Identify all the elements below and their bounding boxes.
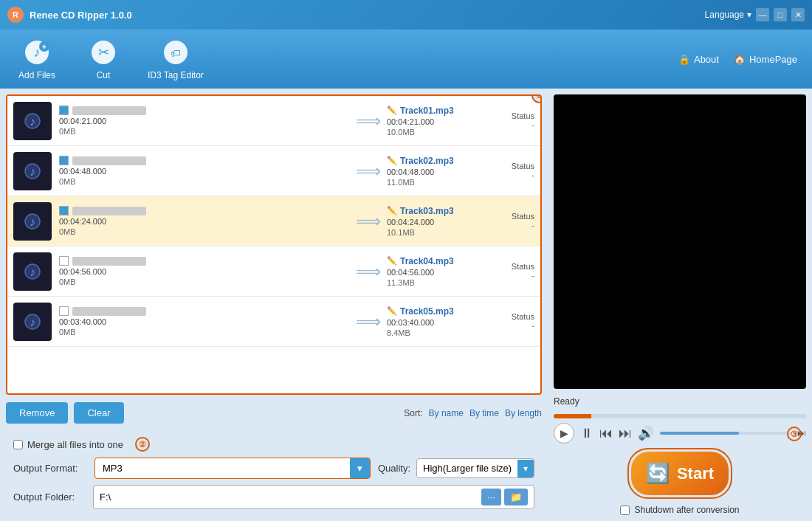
start-refresh-icon: 🔄 [646, 462, 670, 485]
track-checkbox[interactable] [59, 306, 69, 316]
track-checkbox[interactable] [59, 156, 69, 165]
format-dropdown-button[interactable]: ▾ [350, 458, 370, 478]
track-checkbox[interactable] [59, 106, 69, 115]
track-status-col: Status - [490, 212, 534, 231]
format-row: Output Format: MP3 ▾ [13, 458, 371, 479]
folder-label: Output Folder: [13, 491, 87, 503]
track-info: 00:04:56.000 0MB [52, 256, 350, 286]
track-duration: 00:03:40.000 [59, 317, 343, 326]
sort-by-length[interactable]: By length [505, 408, 542, 418]
format-select-container: MP3 ▾ [94, 458, 371, 479]
edit-icon[interactable]: ✏️ [387, 306, 397, 316]
folder-buttons: ··· 📁 [481, 489, 528, 506]
toolbar-add-files[interactable]: ♪ + Add Files [15, 38, 59, 80]
app-logo: R [7, 7, 24, 23]
id3-tag-label: ID3 Tag Editor [148, 70, 204, 80]
track-output: ✏️ Track01.mp3 00:04:21.000 10.0MB [387, 106, 490, 137]
track-name-blur [72, 307, 146, 316]
edit-icon[interactable]: ✏️ [387, 106, 397, 115]
track-size: 0MB [59, 177, 343, 186]
arrow-icon: ⟹ [350, 211, 387, 232]
sort-by-name[interactable]: By name [429, 408, 464, 418]
track-size: 0MB [59, 227, 343, 236]
track-row: ♪ 00:04:21.000 0MB ⟹ ✏️ Track01.mp3 00:0… [7, 96, 540, 146]
edit-icon[interactable]: ✏️ [387, 256, 397, 266]
sort-by-time[interactable]: By time [469, 408, 499, 418]
edit-icon[interactable]: ✏️ [387, 206, 397, 215]
dropdown-arrow-icon: ▾ [747, 10, 751, 20]
output-filename: Track01.mp3 [400, 106, 454, 116]
play-button[interactable]: ▶ [554, 423, 574, 444]
left-panel: ① ♪ 00:04:21.000 0MB ⟹ [0, 89, 548, 521]
track-check-row [59, 256, 343, 266]
close-button[interactable]: ✕ [791, 8, 805, 21]
track-output-name: ✏️ Track05.mp3 [387, 306, 490, 317]
output-size: 8.4MB [387, 328, 490, 337]
track-checkbox[interactable] [59, 206, 69, 215]
remove-button[interactable]: Remove [6, 402, 68, 424]
toolbar-id3-tag[interactable]: 🏷 ID3 Tag Editor [148, 38, 204, 80]
toolbar-cut[interactable]: ✂ Cut [81, 38, 125, 80]
quality-dropdown-button[interactable]: ▾ [517, 460, 534, 477]
folder-input[interactable] [100, 491, 481, 503]
next-button[interactable]: ⏭ [619, 426, 632, 441]
track-info: 00:03:40.000 0MB [52, 306, 350, 337]
merge-checkbox[interactable] [13, 440, 23, 449]
output-size: 11.3MB [387, 278, 490, 287]
track-output: ✏️ Track05.mp3 00:03:40.000 8.4MB [387, 306, 490, 337]
shutdown-checkbox[interactable] [620, 506, 630, 515]
output-filename: Track02.mp3 [400, 156, 454, 166]
track-row: ♪ 00:04:24.000 0MB ⟹ ✏️ Track03.mp3 00:0… [7, 196, 540, 246]
status-value: - [490, 271, 534, 281]
language-selector[interactable]: Language ▾ [705, 10, 751, 20]
edit-icon[interactable]: ✏️ [387, 156, 397, 165]
track-name-blur [72, 106, 146, 115]
title-bar-right: Language ▾ — □ ✕ [705, 8, 805, 21]
track-duration: 00:04:24.000 [59, 217, 343, 226]
arrow-icon: ⟹ [350, 311, 387, 332]
video-preview [554, 94, 806, 389]
minimize-button[interactable]: — [756, 8, 769, 21]
track-checkbox[interactable] [59, 256, 69, 266]
track-duration: 00:04:21.000 [59, 117, 343, 125]
player-progress-bar[interactable] [554, 414, 806, 418]
status-label: Status [490, 312, 534, 321]
start-label: Start [677, 464, 714, 483]
track-size: 0MB [59, 127, 343, 136]
about-link[interactable]: 🔒 About [678, 54, 719, 65]
folder-open-button[interactable]: 📁 [504, 489, 528, 506]
track-duration: 00:04:48.000 [59, 167, 343, 176]
arrow-icon: ⟹ [350, 261, 387, 282]
track-thumbnail: ♪ [13, 152, 52, 190]
status-value: - [490, 170, 534, 181]
main-content: ① ♪ 00:04:21.000 0MB ⟹ [0, 89, 812, 521]
track-check-row [59, 306, 343, 316]
format-label: Output Format: [13, 463, 87, 474]
track-status-col: Status - [490, 262, 534, 281]
cut-label: Cut [97, 70, 111, 80]
player-progress-fill [554, 414, 591, 418]
clear-button[interactable]: Clear [74, 402, 123, 424]
track-row: ♪ 00:04:56.000 0MB ⟹ ✏️ Track04.mp3 00:0… [7, 246, 540, 297]
start-badge: ③ [787, 427, 802, 441]
status-value: - [490, 221, 534, 231]
homepage-link[interactable]: 🏠 HomePage [734, 54, 797, 65]
title-bar-left: R Renee CD Ripper 1.0.0 [7, 7, 132, 23]
svg-text:♪: ♪ [30, 165, 35, 178]
track-name-blur [72, 257, 146, 266]
track-row: ♪ 00:03:40.000 0MB ⟹ ✏️ Track05.mp3 00:0… [7, 297, 540, 347]
quality-label: Quality: [378, 463, 410, 474]
status-label: Status [490, 162, 534, 170]
volume-bar[interactable] [660, 432, 791, 435]
status-value: - [490, 321, 534, 331]
start-button[interactable]: 🔄 Start [631, 452, 729, 495]
folder-browse-button[interactable]: ··· [481, 489, 501, 506]
maximize-button[interactable]: □ [774, 8, 787, 21]
volume-button[interactable]: 🔊 [638, 425, 654, 441]
sort-label: Sort: [404, 408, 422, 418]
prev-button[interactable]: ⏮ [599, 426, 613, 441]
stop-button[interactable]: ⏸ [580, 426, 593, 441]
settings-area: Merge all files into one ② Output Format… [6, 431, 542, 515]
track-info: 00:04:24.000 0MB [52, 206, 350, 236]
sort-area: Sort: By name By time By length [404, 408, 542, 418]
